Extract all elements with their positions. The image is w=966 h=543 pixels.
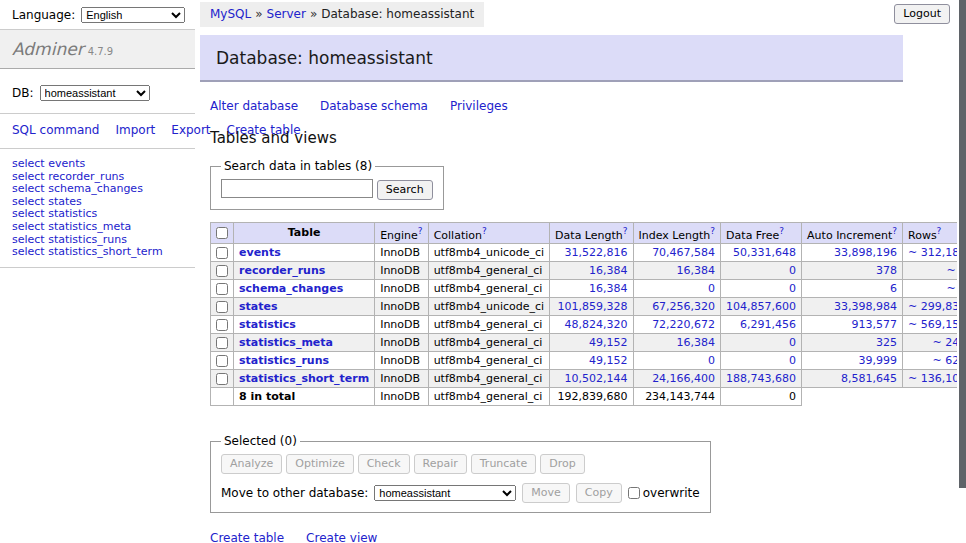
select-all-checkbox[interactable]	[216, 227, 228, 239]
data-free-link[interactable]: 104,857,600	[726, 300, 796, 313]
index-length-link[interactable]: 16,384	[677, 336, 716, 349]
auto-increment-link[interactable]: 8,581,645	[841, 372, 897, 385]
auto-increment-link[interactable]: 33,398,984	[834, 300, 897, 313]
index-length-link[interactable]: 0	[708, 354, 715, 367]
data-length-link[interactable]: 31,522,816	[565, 246, 628, 259]
row-checkbox-statistics-meta[interactable]	[216, 337, 228, 349]
data-free-link[interactable]: 50,331,648	[733, 246, 796, 259]
table-link-states[interactable]: states	[239, 300, 278, 313]
table-link-statistics-meta[interactable]: statistics_meta	[239, 336, 333, 349]
table-row-statistics-runs: statistics_runsInnoDButf8mb4_general_ci4…	[211, 352, 966, 370]
table-link-statistics[interactable]: statistics	[239, 318, 296, 331]
sidebar-action-import[interactable]: Import	[115, 123, 155, 137]
row-checkbox-statistics[interactable]	[216, 319, 228, 331]
index-length-link[interactable]: 16,384	[677, 264, 716, 277]
logout-button[interactable]: Logout	[894, 4, 950, 24]
index-length-link[interactable]: 67,256,320	[652, 300, 715, 313]
overwrite-checkbox[interactable]	[628, 487, 640, 499]
table-link-recorder-runs[interactable]: recorder_runs	[239, 264, 325, 277]
index-length-link[interactable]: 70,467,584	[652, 246, 715, 259]
collation-cell: utf8mb4_unicode_ci	[428, 298, 549, 316]
sidebar-action-sql-command[interactable]: SQL command	[12, 123, 99, 137]
index-length-link[interactable]: 0	[708, 282, 715, 295]
row-checkbox-events[interactable]	[216, 247, 228, 259]
check-button: Check	[358, 454, 410, 474]
data-free-link[interactable]: 6,291,456	[740, 318, 796, 331]
data-free-link[interactable]: 188,743,680	[726, 372, 796, 385]
help-link[interactable]: ?	[892, 226, 897, 236]
footer-link-create-table[interactable]: Create table	[210, 531, 284, 543]
sidebar-item-select-statistics-short-term[interactable]: select statistics_short_term	[12, 246, 183, 259]
table-link-events[interactable]: events	[239, 246, 281, 259]
table-link-schema-changes[interactable]: schema_changes	[239, 282, 343, 295]
help-link[interactable]: ?	[418, 226, 423, 236]
row-checkbox-statistics-short-term[interactable]	[216, 373, 228, 385]
data-length-link[interactable]: 16,384	[589, 282, 628, 295]
column-label: Auto Increment	[807, 228, 892, 241]
data-free-link[interactable]: 0	[789, 354, 796, 367]
data-free-cell: 0	[721, 334, 802, 352]
index-length-link[interactable]: 24,166,400	[652, 372, 715, 385]
auto-increment-link[interactable]: 6	[890, 282, 897, 295]
auto-increment-link[interactable]: 325	[876, 336, 897, 349]
auto-increment-link[interactable]: 33,898,196	[834, 246, 897, 259]
page-link-privileges[interactable]: Privileges	[450, 99, 508, 113]
table-name-cell: recorder_runs	[234, 262, 375, 280]
data-length-link[interactable]: 10,502,144	[565, 372, 628, 385]
data-length-link[interactable]: 16,384	[589, 264, 628, 277]
data-length-cell: 49,152	[550, 352, 633, 370]
table-name-cell: schema_changes	[234, 280, 375, 298]
help-link[interactable]: ?	[710, 226, 715, 236]
sidebar-item-select-events[interactable]: select events	[12, 158, 183, 171]
search-button[interactable]: Search	[377, 180, 433, 200]
row-checkbox-states[interactable]	[216, 301, 228, 313]
db-select[interactable]: homeassistant	[40, 85, 150, 101]
help-sup: ?	[892, 225, 897, 236]
sidebar-item-select-schema-changes[interactable]: select schema_changes	[12, 183, 183, 196]
language-select[interactable]: English	[81, 7, 185, 23]
page-link-database-schema[interactable]: Database schema	[320, 99, 428, 113]
help-link[interactable]: ?	[779, 226, 784, 236]
row-checkbox-cell	[211, 244, 234, 262]
table-link-statistics-short-term[interactable]: statistics_short_term	[239, 372, 369, 385]
column-label: Engine	[380, 228, 418, 241]
breadcrumb-server[interactable]: Server	[267, 7, 306, 21]
selected-legend: Selected (0)	[221, 434, 300, 448]
move-db-select[interactable]: homeassistant	[374, 485, 516, 501]
breadcrumb-mysql[interactable]: MySQL	[210, 7, 251, 21]
page-link-alter-database[interactable]: Alter database	[210, 99, 298, 113]
table-link-statistics-runs[interactable]: statistics_runs	[239, 354, 329, 367]
collation-cell: utf8mb4_unicode_ci	[428, 244, 549, 262]
data-length-cell: 48,824,320	[550, 316, 633, 334]
help-link[interactable]: ?	[937, 226, 942, 236]
data-length-link[interactable]: 49,152	[589, 336, 628, 349]
search-input[interactable]	[221, 179, 373, 198]
index-length-cell: 70,467,584	[633, 244, 721, 262]
data-length-cell: 16,384	[550, 280, 633, 298]
breadcrumb-separator: »	[310, 7, 317, 21]
data-length-link[interactable]: 48,824,320	[565, 318, 628, 331]
data-length-link[interactable]: 101,859,328	[558, 300, 628, 313]
data-free-cell: 0	[721, 262, 802, 280]
auto-increment-link[interactable]: 39,999	[859, 354, 898, 367]
help-link[interactable]: ?	[623, 226, 628, 236]
optimize-button: Optimize	[286, 454, 353, 474]
index-length-link[interactable]: 72,220,672	[652, 318, 715, 331]
auto-increment-link[interactable]: 378	[876, 264, 897, 277]
scrollbar-thumb[interactable]	[959, 0, 966, 488]
auto-increment-link[interactable]: 913,577	[852, 318, 898, 331]
row-checkbox-recorder-runs[interactable]	[216, 265, 228, 277]
data-free-link[interactable]: 0	[789, 264, 796, 277]
data-length-link[interactable]: 49,152	[589, 354, 628, 367]
footer-link-create-view[interactable]: Create view	[306, 531, 377, 543]
vertical-scrollbar[interactable]	[957, 0, 966, 543]
row-checkbox-statistics-runs[interactable]	[216, 355, 228, 367]
language-label: Language:	[12, 8, 75, 22]
auto-increment-cell: 325	[802, 334, 903, 352]
row-checkbox-schema-changes[interactable]	[216, 283, 228, 295]
data-free-link[interactable]: 0	[789, 282, 796, 295]
overwrite-label-wrap: overwrite	[628, 486, 700, 500]
sidebar-item-select-statistics-meta[interactable]: select statistics_meta	[12, 221, 183, 234]
help-link[interactable]: ?	[482, 226, 487, 236]
data-free-link[interactable]: 0	[789, 336, 796, 349]
